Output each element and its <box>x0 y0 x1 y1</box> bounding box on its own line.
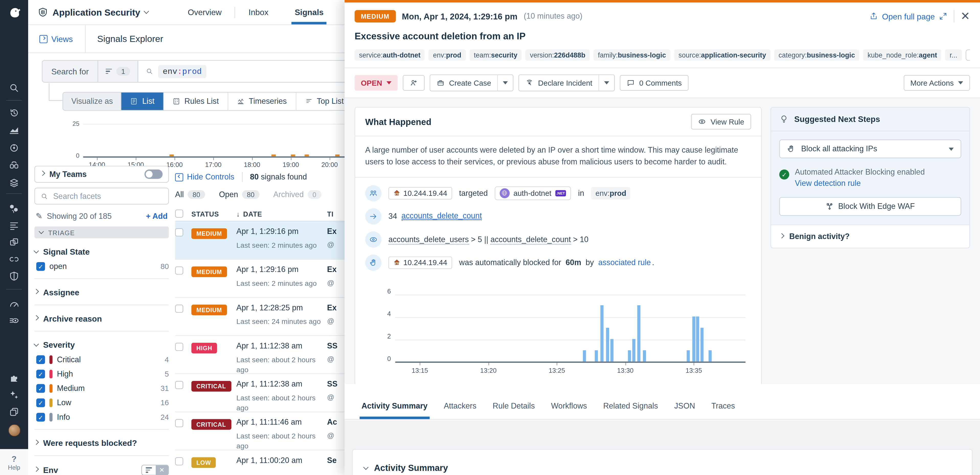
timeline-bar[interactable] <box>169 155 174 156</box>
chart-bar[interactable] <box>600 305 603 361</box>
env-tag-chip[interactable]: env:prod <box>591 187 631 199</box>
tab-traces[interactable]: Traces <box>703 402 743 419</box>
status-open-button[interactable]: OPEN <box>355 75 398 91</box>
facet-value-medium[interactable]: ✓ Medium 31 <box>35 384 169 393</box>
security-shield-icon[interactable] <box>0 268 28 284</box>
facet-search-box[interactable] <box>35 188 169 204</box>
signal-activity-chart[interactable]: 024613:1513:2013:2513:3013:35 <box>365 284 751 379</box>
chart-bar[interactable] <box>700 327 703 361</box>
watchdog-icon[interactable] <box>0 158 28 173</box>
service-chip[interactable]: auth-dotnet .NET <box>495 186 571 200</box>
facet-signal-state[interactable]: Signal State <box>35 247 169 257</box>
checkbox-checked[interactable]: ✓ <box>36 384 45 393</box>
tag-chip[interactable]: env:prod <box>429 49 466 61</box>
row-checkbox[interactable] <box>175 419 183 427</box>
chart-bar[interactable] <box>595 350 598 362</box>
timeline-bar[interactable] <box>291 155 295 156</box>
apm-icon[interactable] <box>0 140 28 155</box>
my-teams-toggle[interactable] <box>145 169 162 179</box>
list-tab-open[interactable]: Open80 <box>219 190 260 199</box>
declare-incident-button[interactable]: Declare Incident <box>519 75 599 91</box>
list-tab-archived[interactable]: Archived0 <box>273 190 321 199</box>
synthetics-icon[interactable] <box>0 252 28 267</box>
chart-bar[interactable] <box>583 350 586 362</box>
block-with-edge-waf-button[interactable]: Block With Edge WAF <box>780 197 961 216</box>
close-icon[interactable]: ✕ <box>961 11 970 22</box>
facet-value-open[interactable]: ✓ open 80 <box>35 262 169 271</box>
tag-chip[interactable]: kube_node_role:agent <box>863 49 942 61</box>
facet-search-input[interactable] <box>53 192 141 201</box>
facet-value-high[interactable]: ✓ High 5 <box>35 370 169 378</box>
edit-pencil-icon[interactable]: ✎ <box>35 211 43 221</box>
facet-env[interactable]: Env ✕ <box>35 465 169 475</box>
activity-summary-section[interactable]: Activity Summary <box>352 449 972 475</box>
more-tags-button[interactable]: +57 <box>966 49 970 61</box>
timeline-bar[interactable] <box>272 155 276 156</box>
checkbox-checked[interactable]: ✓ <box>36 262 45 271</box>
declare-incident-dropdown[interactable] <box>599 75 614 91</box>
metrics-icon[interactable] <box>0 123 28 138</box>
viz-option-list[interactable]: List <box>122 92 164 110</box>
benign-activity-section[interactable]: Benign activity? <box>771 225 969 248</box>
row-checkbox[interactable] <box>175 305 183 313</box>
chart-bar[interactable] <box>610 339 613 361</box>
tab-overview[interactable]: Overview <box>175 0 235 24</box>
views-button[interactable]: Views <box>39 34 73 43</box>
row-checkbox[interactable] <box>175 381 183 389</box>
create-case-button[interactable]: Create Case <box>430 75 497 91</box>
viz-option-timeseries[interactable]: Timeseries <box>228 92 296 110</box>
checkbox-checked[interactable]: ✓ <box>36 398 45 407</box>
datadog-logo[interactable] <box>0 3 28 22</box>
add-facet-button[interactable]: +Add <box>146 212 168 220</box>
tab-related-signals[interactable]: Related Signals <box>595 402 666 419</box>
column-date[interactable]: ↓DATE <box>236 210 327 217</box>
infrastructure-icon[interactable] <box>0 201 28 216</box>
facet-severity[interactable]: Severity <box>35 340 169 350</box>
facet-value-info[interactable]: ✓ Info 24 <box>35 413 169 422</box>
product-switcher[interactable]: Application Security <box>38 7 148 18</box>
facet-value-critical[interactable]: ✓ Critical 4 <box>35 355 169 364</box>
row-checkbox[interactable] <box>175 457 183 465</box>
chart-bar[interactable] <box>696 316 699 361</box>
tag-chip[interactable]: category:business-logic <box>774 49 859 61</box>
filter-toggle-button[interactable]: 1 <box>98 61 138 82</box>
chart-bar[interactable] <box>628 350 631 362</box>
triage-group-header[interactable]: TRIAGE <box>35 226 169 238</box>
notebooks-icon[interactable] <box>0 175 28 190</box>
tab-signals[interactable]: Signals <box>282 0 337 24</box>
query-chip[interactable]: env:prod <box>158 65 206 78</box>
block-attacking-ips-dropdown[interactable]: Block all attacking IPs <box>780 140 961 158</box>
create-case-dropdown[interactable] <box>497 75 513 91</box>
chart-bar[interactable] <box>632 339 635 361</box>
attacker-ip-chip[interactable]: 10.244.19.44 <box>388 257 452 269</box>
search-icon[interactable] <box>0 80 28 95</box>
associated-rule-link[interactable]: associated rule <box>598 258 651 267</box>
ci-icon[interactable] <box>0 235 28 250</box>
user-avatar[interactable] <box>0 423 28 438</box>
chart-bar[interactable] <box>687 350 690 362</box>
chart-bar[interactable] <box>643 350 646 362</box>
logs-icon[interactable] <box>0 218 28 233</box>
tab-attackers[interactable]: Attackers <box>436 402 484 419</box>
select-all-checkbox[interactable] <box>175 210 183 218</box>
column-status[interactable]: STATUS <box>191 210 236 217</box>
viz-option-rules-list[interactable]: Rules List <box>164 92 228 110</box>
help-button[interactable]: ? Help <box>0 449 28 475</box>
more-actions-button[interactable]: More Actions <box>904 75 970 91</box>
view-detection-rule-link[interactable]: View detection rule <box>795 179 861 188</box>
comments-button[interactable]: 0 Comments <box>620 75 689 91</box>
hide-controls-button[interactable]: Hide Controls <box>175 172 234 181</box>
tag-chip[interactable]: service:auth-dotnet <box>355 49 425 61</box>
facet-archive-reason[interactable]: Archive reason <box>35 314 169 324</box>
tag-chip[interactable]: version:226d488b <box>525 49 590 61</box>
facet-assignee[interactable]: Assignee <box>35 288 169 297</box>
tab-inbox[interactable]: Inbox <box>235 0 282 24</box>
checkbox-checked[interactable]: ✓ <box>36 355 45 364</box>
assign-user-button[interactable] <box>403 75 425 91</box>
workspaces-icon[interactable] <box>0 404 28 419</box>
slo-gauge-icon[interactable] <box>0 296 28 311</box>
metric-link[interactable]: accounts_delete_count <box>402 212 482 221</box>
list-tab-all[interactable]: All80 <box>175 190 205 199</box>
open-full-page-button[interactable]: Open full page <box>870 11 948 21</box>
integrations-puzzle-icon[interactable] <box>0 370 28 385</box>
